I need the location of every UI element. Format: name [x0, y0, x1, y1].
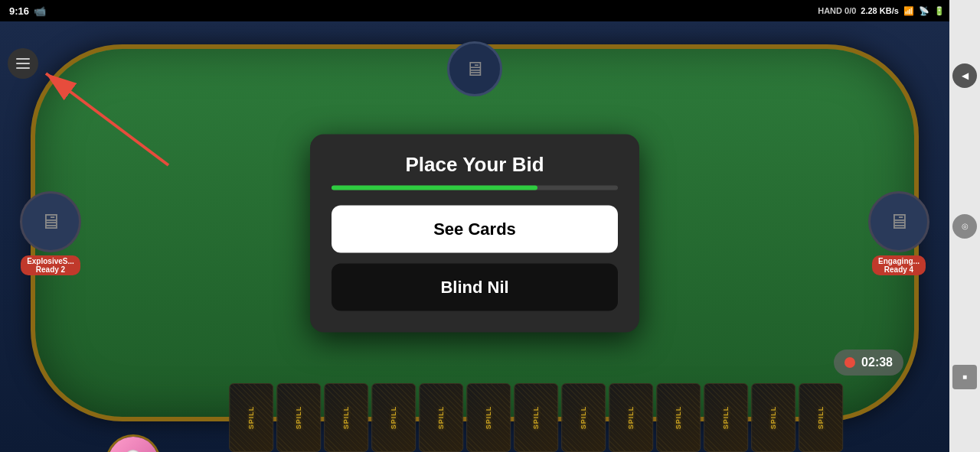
status-left: 9:16 📹: [9, 5, 46, 17]
player-right-label: Engaging... Ready 4: [872, 255, 926, 275]
monitor-icon-top: 🖥: [465, 57, 485, 81]
hand-info: HAND 0/0: [818, 6, 856, 15]
battery-icon: 🔋: [934, 6, 945, 16]
avatar-anime-art: 🧝: [108, 437, 158, 452]
sidebar-square-button[interactable]: ■: [952, 365, 977, 389]
bid-title: Place Your Bid: [332, 152, 618, 176]
card-5[interactable]: SPILL: [419, 383, 463, 452]
player-bottom: 🧝 qa Bidding...: [106, 434, 161, 452]
player-right: 🖥 Engaging... Ready 4: [868, 191, 929, 275]
progress-bar-container: [332, 185, 618, 190]
card-4[interactable]: SPILL: [371, 383, 416, 452]
card-2[interactable]: SPILL: [276, 383, 321, 452]
time-display: 9:16: [9, 5, 29, 17]
monitor-icon-right: 🖥: [888, 209, 910, 234]
card-8[interactable]: SPILL: [561, 383, 606, 452]
player-top-avatar: 🖥: [447, 41, 502, 96]
player-left-avatar: 🖥: [20, 191, 81, 252]
card-7[interactable]: SPILL: [514, 383, 558, 452]
bid-modal: Place Your Bid See Cards Blind Nil: [310, 134, 639, 332]
record-icon: 📹: [34, 5, 46, 17]
sidebar-arrow-button[interactable]: ◀: [952, 63, 977, 88]
player-right-avatar: 🖥: [868, 191, 929, 252]
card-1[interactable]: SPILL: [229, 383, 273, 452]
menu-line-2: [16, 63, 30, 64]
wifi-icon: 📡: [919, 6, 929, 16]
menu-button[interactable]: [8, 48, 38, 79]
timer-badge: 02:38: [834, 350, 903, 376]
card-12[interactable]: SPILL: [751, 383, 795, 452]
player-left-label: ExplosiveS... Ready 2: [21, 255, 80, 275]
blind-nil-button[interactable]: Blind Nil: [332, 263, 618, 311]
speed-info: 2.28 KB/s: [861, 6, 899, 15]
monitor-icon-left: 🖥: [40, 209, 61, 234]
player-bottom-avatar: 🧝: [106, 434, 161, 452]
signal-icon: 📶: [903, 6, 914, 16]
status-right: HAND 0/0 2.28 KB/s 📶 📡 🔋 100%: [818, 6, 971, 16]
status-bar: 9:16 📹 HAND 0/0 2.28 KB/s 📶 📡 🔋 100%: [0, 0, 980, 21]
card-11[interactable]: SPILL: [704, 383, 748, 452]
player-left: 🖥 ExplosiveS... Ready 2: [20, 191, 81, 275]
record-dot: [844, 357, 855, 368]
card-6[interactable]: SPILL: [466, 383, 511, 452]
card-10[interactable]: SPILL: [656, 383, 701, 452]
poker-table: 🖥 🖥 ExplosiveS... Ready 2 🖥 Engaging... …: [31, 44, 919, 421]
menu-line-3: [16, 67, 30, 69]
player-top: 🖥: [447, 41, 502, 96]
cards-row: SPILL SPILL SPILL SPILL SPILL SPILL SPIL…: [229, 383, 843, 452]
card-3[interactable]: SPILL: [324, 383, 368, 452]
sidebar-circle-button[interactable]: ◎: [952, 214, 977, 239]
square-icon: ■: [962, 372, 967, 381]
game-area: 🖥 🖥 ExplosiveS... Ready 2 🖥 Engaging... …: [0, 21, 949, 452]
menu-line-1: [16, 58, 30, 60]
card-13[interactable]: SPILL: [799, 383, 843, 452]
progress-bar-fill: [332, 185, 537, 190]
see-cards-button[interactable]: See Cards: [332, 205, 618, 252]
timer-display: 02:38: [861, 356, 893, 369]
right-sidebar: ◀ ◎ ■: [949, 0, 980, 452]
card-9[interactable]: SPILL: [609, 383, 653, 452]
